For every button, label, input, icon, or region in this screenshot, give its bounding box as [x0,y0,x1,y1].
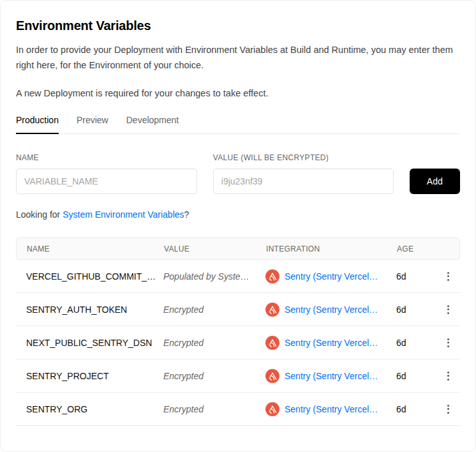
header-integration: INTEGRATION [266,245,397,253]
sentry-icon [265,402,279,416]
page-title: Environment Variables [16,1,460,33]
row-menu-button[interactable] [442,301,454,318]
row-menu-button[interactable] [442,268,454,285]
env-var-age: 6d [396,305,436,315]
name-field-label: NAME [16,153,197,162]
env-var-age: 6d [396,338,436,348]
env-var-row: VERCEL_GITHUB_COMMIT_… Populated by Syst… [16,260,460,293]
description-paragraph-1: In order to provide your Deployment with… [16,42,457,73]
env-var-value: Encrypted [163,371,265,381]
sentry-icon [265,369,279,383]
tab-preview[interactable]: Preview [77,115,108,134]
kebab-menu-icon [447,372,449,373]
integration-link[interactable]: Sentry (Sentry Vercel… [285,271,378,282]
integration-link[interactable]: Sentry (Sentry Vercel… [285,371,378,381]
env-var-age: 6d [396,404,436,414]
row-menu-button[interactable] [442,401,454,418]
tab-development[interactable]: Development [126,115,179,134]
system-env-hint: Looking for System Environment Variables… [16,209,460,220]
add-variable-form: NAME VALUE (WILL BE ENCRYPTED) Add [16,153,460,194]
env-var-row: SENTRY_PROJECT Encrypted Sentry (Sentry … [16,359,460,393]
env-var-name: VERCEL_GITHUB_COMMIT_… [16,271,163,282]
integration-link[interactable]: Sentry (Sentry Vercel… [285,404,378,414]
env-var-value: Encrypted [163,404,265,414]
env-var-name: NEXT_PUBLIC_SENTRY_DSN [16,338,163,348]
sentry-icon [265,269,279,283]
env-var-row: SENTRY_AUTH_TOKEN Encrypted Sentry (Sent… [16,293,460,326]
header-value: VALUE [164,245,266,253]
env-var-value: Populated by Syste… [163,271,265,282]
header-age: AGE [397,245,436,253]
system-env-hint-prefix: Looking for [16,209,63,220]
row-menu-button[interactable] [442,368,454,384]
value-field-label: VALUE (WILL BE ENCRYPTED) [213,153,394,162]
env-var-name: SENTRY_AUTH_TOKEN [16,305,163,315]
header-name: NAME [17,245,164,253]
kebab-menu-icon [447,272,449,274]
variable-name-input[interactable] [16,169,197,194]
kebab-menu-icon [447,405,449,407]
add-button[interactable]: Add [410,169,460,194]
sentry-icon [265,336,279,350]
env-var-age: 6d [396,371,436,381]
env-variables-table: NAME VALUE INTEGRATION AGE VERCEL_GITHUB… [16,237,460,426]
tab-production[interactable]: Production [16,115,59,134]
env-var-row: SENTRY_ORG Encrypted Sentry (Sentry Verc… [16,393,460,426]
env-var-name: SENTRY_ORG [16,404,163,414]
sentry-icon [265,303,279,317]
kebab-menu-icon [447,305,449,307]
env-var-value: Encrypted [163,338,265,348]
row-menu-button[interactable] [442,335,454,351]
env-var-name: SENTRY_PROJECT [16,371,163,381]
description-paragraph-2: A new Deployment is required for your ch… [16,86,457,101]
environment-tabs: Production Preview Development [16,115,460,134]
env-var-row: NEXT_PUBLIC_SENTRY_DSN Encrypted Sentry … [16,326,460,359]
table-header-row: NAME VALUE INTEGRATION AGE [16,237,460,260]
environment-variables-panel: Environment Variables In order to provid… [0,0,476,452]
system-env-hint-suffix: ? [184,209,190,220]
system-env-variables-link[interactable]: System Environment Variables [63,209,184,220]
env-var-value: Encrypted [163,305,265,315]
variable-value-input[interactable] [213,169,394,194]
integration-link[interactable]: Sentry (Sentry Vercel… [285,305,378,315]
integration-link[interactable]: Sentry (Sentry Vercel… [285,338,378,348]
env-var-age: 6d [396,271,436,282]
kebab-menu-icon [447,338,449,340]
